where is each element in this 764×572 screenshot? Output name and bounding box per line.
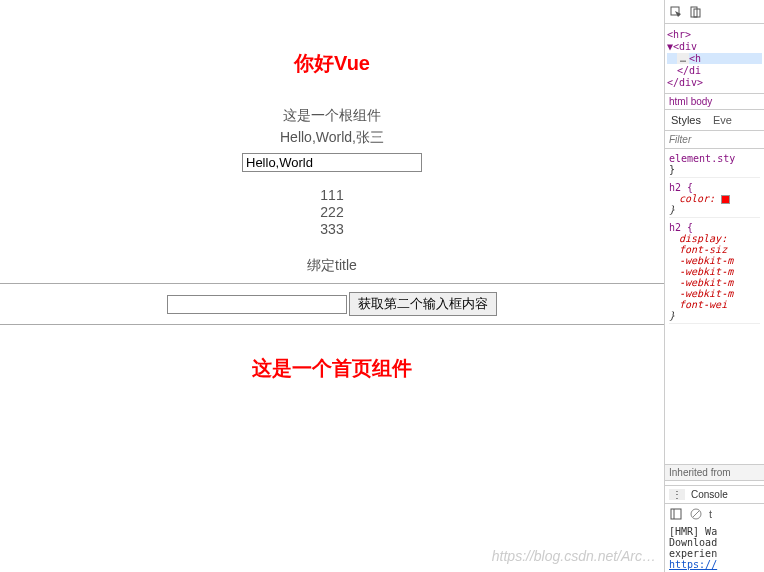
styles-filter-input[interactable] bbox=[665, 131, 764, 148]
divider-2 bbox=[0, 324, 664, 325]
styles-tabs: StylesEve bbox=[665, 109, 764, 130]
styles-filter-row bbox=[665, 130, 764, 149]
hello-world-text: Hello,World,张三 bbox=[0, 129, 664, 147]
bind-title-text: 绑定title bbox=[0, 257, 664, 275]
home-component-heading: 这是一个首页组件 bbox=[0, 355, 664, 382]
inherited-from-label: Inherited from bbox=[665, 464, 764, 481]
root-component-label: 这是一个根组件 bbox=[0, 107, 664, 125]
elements-tree[interactable]: <hr>▼<div…<h</di</div> bbox=[665, 24, 764, 93]
get-second-input-button[interactable]: 获取第二个输入框内容 bbox=[349, 292, 497, 316]
styles-tab[interactable]: Eve bbox=[707, 110, 738, 130]
styles-tab[interactable]: Styles bbox=[665, 110, 707, 130]
page-heading: 你好Vue bbox=[0, 50, 664, 77]
console-log: [HMR] WaDownloadexperienhttps:// bbox=[665, 524, 764, 572]
clear-console-icon[interactable] bbox=[689, 507, 703, 521]
first-input[interactable] bbox=[242, 153, 422, 172]
svg-rect-3 bbox=[671, 509, 681, 519]
svg-line-6 bbox=[693, 511, 699, 517]
console-drawer-bar[interactable]: ⋮ Console bbox=[665, 485, 764, 503]
watermark-text: https://blog.csdn.net/Arc… bbox=[492, 548, 656, 564]
elements-breadcrumb[interactable]: html body bbox=[665, 93, 764, 109]
device-icon[interactable] bbox=[689, 5, 703, 19]
console-tab-label[interactable]: Console bbox=[691, 489, 728, 500]
devtools-toolbar bbox=[665, 0, 764, 24]
console-controls: t bbox=[665, 503, 764, 524]
second-input-row: 获取第二个输入框内容 bbox=[0, 292, 664, 316]
divider-1 bbox=[0, 283, 664, 284]
main-viewport: 你好Vue 这是一个根组件 Hello,World,张三 111222333 绑… bbox=[0, 0, 664, 572]
list-item: 333 bbox=[0, 221, 664, 237]
kebab-icon[interactable]: ⋮ bbox=[669, 489, 685, 500]
inspect-icon[interactable] bbox=[669, 5, 683, 19]
list-item: 111 bbox=[0, 187, 664, 203]
second-input[interactable] bbox=[167, 295, 347, 314]
list-item: 222 bbox=[0, 204, 664, 220]
console-sidebar-icon[interactable] bbox=[669, 507, 683, 521]
styles-pane[interactable]: element.sty}h2 {color: }h2 {display: fon… bbox=[665, 149, 764, 464]
context-label[interactable]: t bbox=[709, 508, 712, 520]
devtools-panel: <hr>▼<div…<h</di</div> html body StylesE… bbox=[664, 0, 764, 572]
number-list: 111222333 bbox=[0, 187, 664, 237]
